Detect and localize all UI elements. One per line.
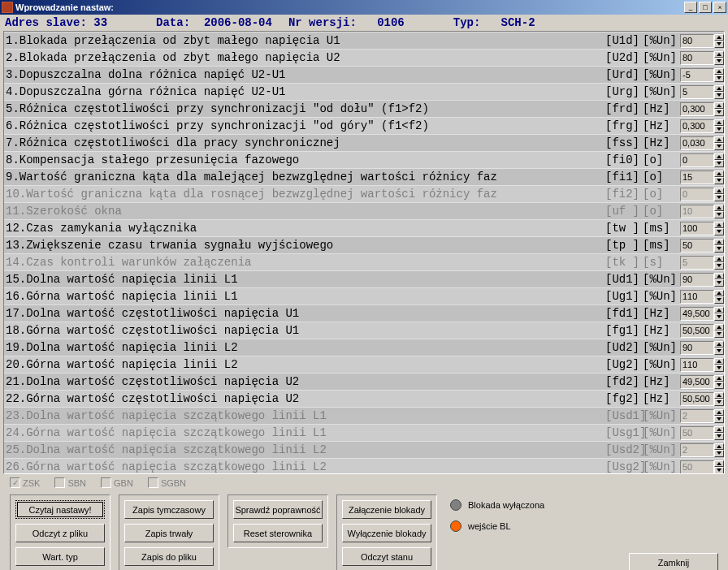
checkbox-zsk[interactable]: ✓ZSK — [10, 477, 40, 488]
spinner-up-icon[interactable] — [714, 171, 724, 178]
spinner-up-icon[interactable] — [714, 307, 724, 314]
spinner-down-icon[interactable] — [714, 296, 724, 304]
setting-value-input[interactable]: 49,500 — [680, 307, 714, 321]
checkbox-gbn[interactable]: GBN — [101, 477, 133, 488]
spinner-up-icon[interactable] — [714, 102, 724, 110]
checkbox-box[interactable] — [54, 477, 65, 488]
spinner-down-icon[interactable] — [714, 279, 724, 287]
spinner-down-icon[interactable] — [714, 160, 724, 167]
spinner-up-icon[interactable] — [714, 85, 724, 93]
spinner-down-icon[interactable] — [714, 382, 724, 389]
setting-spinner[interactable] — [714, 119, 724, 133]
spinner-down-icon[interactable] — [714, 126, 724, 133]
setting-spinner[interactable] — [714, 239, 724, 253]
spinner-down-icon[interactable] — [714, 143, 724, 150]
spinner-up-icon[interactable] — [714, 341, 724, 348]
spinner-up-icon[interactable] — [714, 222, 724, 229]
spinner-up-icon[interactable] — [714, 239, 724, 246]
spinner-up-icon[interactable] — [714, 51, 724, 58]
setting-value-input[interactable]: 50,500 — [680, 324, 714, 338]
spinner-down-icon[interactable] — [714, 399, 724, 406]
setting-value-input[interactable]: -5 — [680, 68, 714, 82]
button-zapis-do-pliku[interactable]: Zapis do pliku — [124, 547, 214, 566]
spinner-down-icon[interactable] — [714, 177, 724, 184]
button-zapis-trwały[interactable]: Zapis trwały — [124, 524, 214, 542]
setting-value-input[interactable]: 110 — [680, 358, 714, 372]
spinner-up-icon[interactable] — [714, 136, 724, 144]
setting-value-input[interactable]: 50,500 — [680, 392, 714, 406]
minimize-button[interactable]: _ — [684, 2, 697, 13]
setting-value-input[interactable]: 0,300 — [680, 119, 714, 133]
close-dialog-button[interactable]: Zamknij — [629, 553, 718, 570]
spinner-up-icon[interactable] — [714, 119, 724, 127]
setting-value-input[interactable]: 0 — [680, 153, 714, 167]
setting-value-input[interactable]: 90 — [680, 341, 714, 355]
setting-spinner[interactable] — [714, 102, 724, 116]
button-czytaj-nastawy-[interactable]: Czytaj nastawy! — [15, 500, 105, 519]
spinner-up-icon[interactable] — [714, 153, 724, 161]
spinner-down-icon — [714, 450, 724, 457]
button-reset-sterownika[interactable]: Reset sterownika — [233, 524, 323, 542]
checkbox-box[interactable]: ✓ — [10, 477, 20, 488]
setting-value-input[interactable]: 5 — [680, 85, 714, 99]
setting-value-input[interactable]: 49,500 — [680, 375, 714, 389]
setting-value-input[interactable]: 90 — [680, 273, 714, 287]
button-odczyt-stanu[interactable]: Odczyt stanu — [342, 547, 431, 566]
spinner-up-icon[interactable] — [714, 324, 724, 331]
spinner-down-icon[interactable] — [714, 41, 724, 48]
button-odczyt-z-pliku[interactable]: Odczyt z pliku — [15, 524, 105, 542]
setting-spinner[interactable] — [714, 375, 724, 389]
button-zapis-tymczasowy[interactable]: Zapis tymczasowy — [124, 500, 214, 519]
spinner-up-icon[interactable] — [714, 392, 724, 399]
checkbox-sbn[interactable]: SBN — [54, 477, 86, 488]
spinner-up-icon[interactable] — [714, 34, 724, 41]
spinner-down-icon[interactable] — [714, 330, 724, 338]
setting-spinner[interactable] — [714, 51, 724, 65]
spinner-down-icon[interactable] — [714, 245, 724, 253]
button-załączenie-blokady[interactable]: Załączenie blokady — [342, 500, 431, 519]
spinner-down-icon[interactable] — [714, 313, 724, 321]
spinner-down-icon[interactable] — [714, 75, 724, 82]
spinner-down-icon[interactable] — [714, 58, 724, 65]
setting-spinner[interactable] — [714, 392, 724, 406]
setting-value-input[interactable]: 80 — [680, 51, 714, 65]
setting-value-input[interactable]: 0,030 — [680, 136, 714, 150]
setting-spinner[interactable] — [714, 85, 724, 99]
spinner-down-icon[interactable] — [714, 92, 724, 99]
spinner-down-icon[interactable] — [714, 109, 724, 116]
setting-value-input[interactable]: 110 — [680, 290, 714, 304]
checkbox-box[interactable] — [101, 477, 111, 488]
setting-spinner[interactable] — [714, 341, 724, 355]
setting-value-input[interactable]: 15 — [680, 171, 714, 184]
maximize-button[interactable]: □ — [699, 2, 712, 13]
setting-spinner[interactable] — [714, 358, 724, 372]
setting-spinner[interactable] — [714, 290, 724, 304]
setting-spinner[interactable] — [714, 273, 724, 287]
setting-spinner[interactable] — [714, 222, 724, 235]
button-sprawdź-poprawność[interactable]: Sprawdź poprawność — [233, 500, 323, 519]
setting-value-input[interactable]: 100 — [680, 222, 714, 235]
checkbox-sgbn[interactable]: SGBN — [148, 477, 186, 488]
spinner-down-icon[interactable] — [714, 348, 724, 355]
button-wyłączenie-blokady[interactable]: Wyłączenie blokady — [342, 524, 431, 542]
spinner-up-icon[interactable] — [714, 358, 724, 365]
setting-spinner[interactable] — [714, 324, 724, 338]
setting-spinner[interactable] — [714, 171, 724, 184]
setting-spinner[interactable] — [714, 34, 724, 48]
spinner-up-icon[interactable] — [714, 68, 724, 76]
button-wart-typ[interactable]: Wart. typ — [15, 547, 105, 566]
setting-value-input[interactable]: 0,300 — [680, 102, 714, 116]
setting-value-input[interactable]: 80 — [680, 34, 714, 48]
setting-spinner[interactable] — [714, 136, 724, 150]
setting-spinner[interactable] — [714, 68, 724, 82]
spinner-down-icon[interactable] — [714, 228, 724, 235]
spinner-up-icon[interactable] — [714, 375, 724, 382]
close-button[interactable]: × — [713, 2, 726, 13]
spinner-down-icon[interactable] — [714, 365, 724, 372]
setting-spinner[interactable] — [714, 307, 724, 321]
setting-value-input[interactable]: 50 — [680, 239, 714, 253]
spinner-up-icon[interactable] — [714, 290, 724, 297]
setting-spinner[interactable] — [714, 153, 724, 167]
checkbox-box[interactable] — [148, 477, 158, 488]
spinner-up-icon[interactable] — [714, 273, 724, 280]
